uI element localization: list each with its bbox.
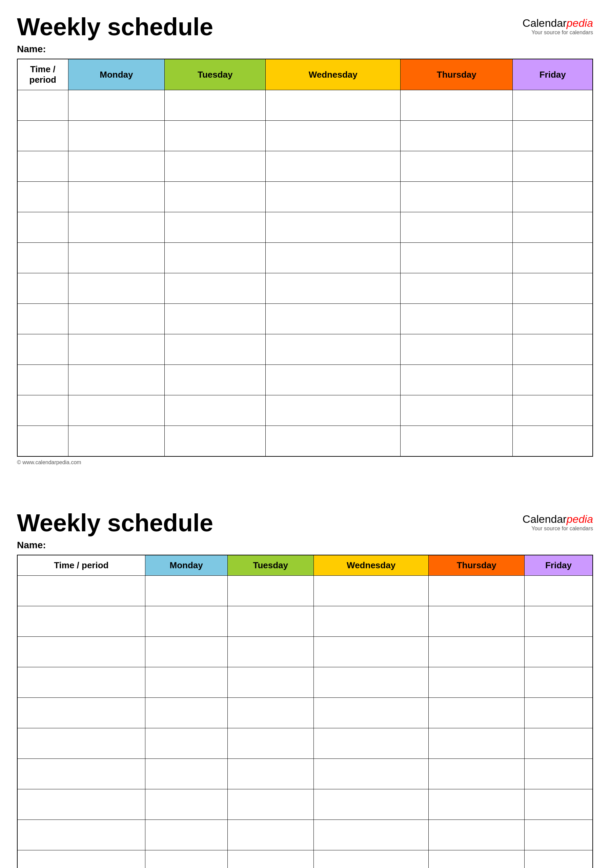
- table-cell[interactable]: [429, 636, 525, 667]
- table-cell[interactable]: [513, 365, 593, 395]
- table-cell[interactable]: [513, 212, 593, 243]
- table-cell[interactable]: [525, 728, 593, 758]
- table-cell[interactable]: [266, 426, 401, 456]
- table-cell[interactable]: [313, 698, 429, 728]
- table-cell[interactable]: [401, 334, 513, 365]
- table-cell[interactable]: [228, 636, 313, 667]
- table-cell[interactable]: [525, 606, 593, 636]
- table-cell[interactable]: [17, 243, 68, 273]
- table-cell[interactable]: [228, 820, 313, 850]
- table-cell[interactable]: [17, 273, 68, 304]
- table-cell[interactable]: [165, 121, 266, 151]
- table-cell[interactable]: [429, 850, 525, 868]
- table-cell[interactable]: [165, 426, 266, 456]
- table-cell[interactable]: [228, 606, 313, 636]
- table-cell[interactable]: [313, 636, 429, 667]
- table-cell[interactable]: [429, 606, 525, 636]
- table-cell[interactable]: [513, 304, 593, 334]
- table-cell[interactable]: [401, 365, 513, 395]
- table-cell[interactable]: [17, 636, 145, 667]
- table-cell[interactable]: [68, 426, 165, 456]
- table-cell[interactable]: [266, 365, 401, 395]
- table-cell[interactable]: [165, 90, 266, 121]
- table-cell[interactable]: [17, 698, 145, 728]
- table-cell[interactable]: [17, 728, 145, 758]
- table-cell[interactable]: [401, 395, 513, 426]
- table-cell[interactable]: [313, 728, 429, 758]
- table-cell[interactable]: [513, 334, 593, 365]
- table-cell[interactable]: [429, 728, 525, 758]
- table-cell[interactable]: [513, 426, 593, 456]
- table-cell[interactable]: [165, 304, 266, 334]
- table-cell[interactable]: [228, 728, 313, 758]
- table-cell[interactable]: [68, 365, 165, 395]
- table-cell[interactable]: [17, 90, 68, 121]
- table-cell[interactable]: [165, 365, 266, 395]
- table-cell[interactable]: [17, 151, 68, 182]
- table-cell[interactable]: [17, 575, 145, 606]
- table-cell[interactable]: [17, 667, 145, 698]
- table-cell[interactable]: [401, 426, 513, 456]
- table-cell[interactable]: [266, 334, 401, 365]
- table-cell[interactable]: [401, 121, 513, 151]
- table-cell[interactable]: [68, 243, 165, 273]
- table-cell[interactable]: [17, 182, 68, 212]
- table-cell[interactable]: [17, 820, 145, 850]
- table-cell[interactable]: [17, 606, 145, 636]
- table-cell[interactable]: [17, 334, 68, 365]
- table-cell[interactable]: [165, 334, 266, 365]
- table-cell[interactable]: [401, 212, 513, 243]
- table-cell[interactable]: [266, 273, 401, 304]
- table-cell[interactable]: [68, 304, 165, 334]
- table-cell[interactable]: [401, 273, 513, 304]
- table-cell[interactable]: [17, 121, 68, 151]
- table-cell[interactable]: [17, 758, 145, 789]
- table-cell[interactable]: [17, 304, 68, 334]
- table-cell[interactable]: [228, 575, 313, 606]
- table-cell[interactable]: [68, 212, 165, 243]
- table-cell[interactable]: [68, 151, 165, 182]
- table-cell[interactable]: [525, 667, 593, 698]
- table-cell[interactable]: [266, 395, 401, 426]
- table-cell[interactable]: [429, 758, 525, 789]
- table-cell[interactable]: [313, 575, 429, 606]
- table-cell[interactable]: [165, 182, 266, 212]
- table-cell[interactable]: [313, 667, 429, 698]
- table-cell[interactable]: [313, 758, 429, 789]
- table-cell[interactable]: [68, 182, 165, 212]
- table-cell[interactable]: [68, 395, 165, 426]
- table-cell[interactable]: [228, 698, 313, 728]
- table-cell[interactable]: [145, 667, 228, 698]
- table-cell[interactable]: [429, 698, 525, 728]
- table-cell[interactable]: [17, 365, 68, 395]
- table-cell[interactable]: [68, 334, 165, 365]
- table-cell[interactable]: [145, 758, 228, 789]
- table-cell[interactable]: [513, 121, 593, 151]
- table-cell[interactable]: [513, 395, 593, 426]
- table-cell[interactable]: [313, 789, 429, 820]
- table-cell[interactable]: [165, 243, 266, 273]
- table-cell[interactable]: [313, 820, 429, 850]
- table-cell[interactable]: [313, 606, 429, 636]
- table-cell[interactable]: [266, 151, 401, 182]
- table-cell[interactable]: [228, 667, 313, 698]
- table-cell[interactable]: [513, 182, 593, 212]
- table-cell[interactable]: [145, 698, 228, 728]
- table-cell[interactable]: [17, 395, 68, 426]
- table-cell[interactable]: [17, 789, 145, 820]
- table-cell[interactable]: [145, 850, 228, 868]
- table-cell[interactable]: [525, 758, 593, 789]
- table-cell[interactable]: [17, 426, 68, 456]
- table-cell[interactable]: [513, 243, 593, 273]
- table-cell[interactable]: [525, 636, 593, 667]
- table-cell[interactable]: [68, 121, 165, 151]
- table-cell[interactable]: [145, 606, 228, 636]
- table-cell[interactable]: [266, 121, 401, 151]
- table-cell[interactable]: [145, 789, 228, 820]
- table-cell[interactable]: [266, 182, 401, 212]
- table-cell[interactable]: [266, 90, 401, 121]
- table-cell[interactable]: [401, 243, 513, 273]
- table-cell[interactable]: [313, 850, 429, 868]
- table-cell[interactable]: [401, 182, 513, 212]
- table-cell[interactable]: [525, 820, 593, 850]
